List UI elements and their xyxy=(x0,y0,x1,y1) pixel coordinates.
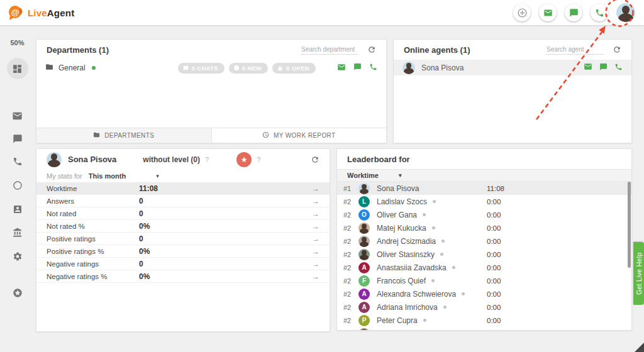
rank-label: #2 xyxy=(343,238,358,245)
stat-row[interactable]: Not rated0→ xyxy=(36,207,330,220)
stat-value: 0 xyxy=(139,197,143,206)
sidebar-item-addons[interactable] xyxy=(0,288,35,300)
sidebar-item-settings[interactable] xyxy=(0,251,35,264)
agent-actions xyxy=(584,62,623,73)
stat-row[interactable]: Worktime11:08→ xyxy=(36,182,330,195)
arrow-right-icon[interactable]: → xyxy=(312,184,319,193)
help-icon[interactable]: ? xyxy=(205,156,209,163)
chat-bubble-icon xyxy=(13,134,23,146)
liveagent-logo[interactable]: @ LiveAgent xyxy=(8,4,74,21)
get-live-help-button[interactable]: Get Live Help xyxy=(633,242,644,305)
zoom-level-label: 50% xyxy=(0,39,35,47)
leaderboard-row[interactable]: #2 A Adriana Imrichova 0:00 xyxy=(337,300,631,314)
email-action-icon[interactable] xyxy=(337,63,346,74)
metric-value: 0:00 xyxy=(487,330,501,331)
departments-panel: Departments (1) General 0 CHATS 0 NEW xyxy=(36,39,387,143)
rank-label: #2 xyxy=(343,198,358,206)
add-new-button[interactable] xyxy=(513,4,531,21)
sidebar-item-chats[interactable] xyxy=(0,134,35,146)
avatar xyxy=(358,328,370,331)
sidebar-item-billing[interactable] xyxy=(0,228,35,240)
stat-label: Negative ratings xyxy=(47,260,99,268)
leaderboard-row[interactable]: #2 P Peter Cupra 0:00 xyxy=(337,314,631,327)
chevron-down-icon[interactable]: ▾ xyxy=(399,172,402,179)
department-row[interactable]: General 0 CHATS 0 NEW 0 OPEN xyxy=(36,60,386,76)
arrow-right-icon[interactable]: → xyxy=(312,222,319,231)
status-dot-offline xyxy=(443,305,447,309)
sidebar-item-contacts[interactable] xyxy=(0,204,35,217)
online-agents-title: Online agents (1) xyxy=(404,45,470,55)
rank-label: #2 xyxy=(343,264,358,272)
call-action-icon[interactable] xyxy=(614,63,623,73)
gear-icon xyxy=(13,251,23,264)
stat-label: Answers xyxy=(47,197,74,205)
sidebar-item-sla[interactable] xyxy=(0,180,35,193)
scrollbar-thumb[interactable] xyxy=(628,182,631,268)
dashboard-icon xyxy=(7,58,28,79)
new-ticket-button[interactable] xyxy=(539,4,557,21)
new-call-button[interactable] xyxy=(591,4,608,21)
stat-row[interactable]: Positive ratings %0%→ xyxy=(36,245,330,258)
sidebar: 50% xyxy=(0,25,35,352)
chat-action-icon[interactable] xyxy=(353,63,362,73)
leaderboard-row[interactable]: #2 L Ladislav Szocs 0:00 xyxy=(337,195,631,208)
circle-icon xyxy=(234,65,239,70)
leaderboard-row[interactable]: #2 Martin Stepanek 0:00 xyxy=(337,327,631,330)
leaderboard-row[interactable]: #2 F Francois Quief 0:00 xyxy=(337,274,631,287)
leaderboard-row[interactable]: #2 Matej Kukucka 0:00 xyxy=(337,221,631,234)
leaderboard-row[interactable]: #2 Oliver Stasinszky 0:00 xyxy=(337,248,631,261)
folder-icon xyxy=(45,63,53,73)
sidebar-item-calls[interactable] xyxy=(0,157,35,169)
stat-row[interactable]: Negative ratings %0%→ xyxy=(36,270,330,283)
arrow-right-icon[interactable]: → xyxy=(312,197,319,206)
arrow-right-icon[interactable]: → xyxy=(312,234,319,243)
arrow-right-icon[interactable]: → xyxy=(312,247,319,256)
leaderboard-row[interactable]: #1 Sona Pisova 11:08 xyxy=(337,182,631,195)
refresh-icon[interactable] xyxy=(613,45,621,54)
chat-action-icon[interactable] xyxy=(599,63,608,73)
stat-row[interactable]: Not rated %0%→ xyxy=(36,220,330,233)
agent-search-input[interactable] xyxy=(546,45,604,55)
sidebar-item-dashboard[interactable] xyxy=(0,58,35,79)
sidebar-item-tickets[interactable] xyxy=(0,111,35,124)
bank-icon xyxy=(13,228,23,240)
metric-value: 0:00 xyxy=(487,224,501,232)
online-agents-header: Online agents (1) xyxy=(394,40,631,60)
leaderboard-row[interactable]: #2 O Oliver Gana 0:00 xyxy=(337,208,631,221)
stat-value: 11:08 xyxy=(139,184,158,193)
call-action-icon[interactable] xyxy=(369,63,377,73)
online-agent-row[interactable]: Sona Pisova xyxy=(394,60,631,75)
arrow-right-icon[interactable]: → xyxy=(312,272,319,281)
leaderboard-row[interactable]: #2 A Anastasiia Zavadska 0:00 xyxy=(337,261,631,274)
tab-departments[interactable]: DEPARTMENTS xyxy=(36,128,212,143)
avatar: P xyxy=(358,315,370,326)
leaderboard-row[interactable]: #2 Andrej Csizmadia 0:00 xyxy=(337,234,631,248)
email-action-icon[interactable] xyxy=(584,62,592,73)
arrowhead xyxy=(599,26,606,34)
help-icon[interactable]: ? xyxy=(257,156,260,163)
metric-select[interactable]: Worktime xyxy=(347,172,379,179)
stat-label: Not rated % xyxy=(47,223,85,230)
new-chat-button[interactable] xyxy=(565,4,582,21)
metric-value: 0:00 xyxy=(487,304,501,311)
agent-name: Alexandra Schweierova xyxy=(377,290,456,299)
medal-badge[interactable]: ★ xyxy=(236,152,252,167)
tab-my-work-report[interactable]: MY WORK REPORT xyxy=(212,128,387,143)
user-avatar[interactable] xyxy=(616,3,635,22)
rank-label: #2 xyxy=(343,251,358,258)
period-select[interactable]: This month xyxy=(89,172,126,180)
stats-for-label: My stats for xyxy=(47,172,82,180)
chats-badge: 0 CHATS xyxy=(178,63,225,74)
arrow-right-icon[interactable]: → xyxy=(312,209,319,218)
stat-row[interactable]: Positive ratings0→ xyxy=(36,233,330,245)
arrow-right-icon[interactable]: → xyxy=(312,260,319,268)
agent-name: Sona Pisova xyxy=(421,63,464,72)
refresh-icon[interactable] xyxy=(367,45,376,54)
stat-row[interactable]: Answers0→ xyxy=(36,195,330,207)
leaderboard-row[interactable]: #2 A Alexandra Schweierova 0:00 xyxy=(337,287,631,300)
chevron-down-icon[interactable]: ▾ xyxy=(156,173,159,179)
refresh-icon[interactable] xyxy=(311,155,319,164)
stat-row[interactable]: Negative ratings0→ xyxy=(36,258,330,270)
department-search-input[interactable] xyxy=(301,45,358,55)
stat-label: Positive ratings % xyxy=(47,248,104,255)
